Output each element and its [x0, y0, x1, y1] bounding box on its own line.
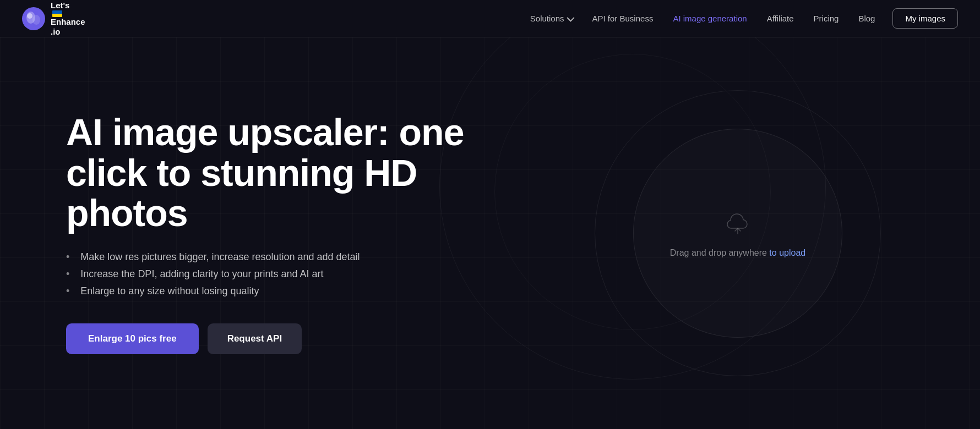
upload-text: Drag and drop anywhere to upload — [670, 248, 805, 258]
navigation: Let's Enhance .io Solutions API for Busi… — [0, 0, 980, 37]
upload-outer-circle: Drag and drop anywhere to upload — [595, 90, 881, 376]
solutions-label: Solutions — [530, 14, 564, 23]
hero-section: AI image upscaler: one click to stunning… — [0, 37, 980, 429]
nav-ai-generation[interactable]: AI image generation — [673, 14, 747, 23]
nav-links: Solutions API for Business AI image gene… — [530, 14, 875, 23]
nav-api[interactable]: API for Business — [592, 14, 654, 23]
enlarge-free-button[interactable]: Enlarge 10 pics free — [66, 323, 199, 354]
nav-blog[interactable]: Blog — [858, 14, 875, 23]
upload-link[interactable]: to upload — [769, 248, 805, 257]
my-images-button[interactable]: My images — [892, 8, 958, 29]
svg-point-3 — [27, 13, 32, 19]
nav-affiliate[interactable]: Affiliate — [767, 14, 794, 23]
hero-title: AI image upscaler: one click to stunning… — [66, 112, 540, 233]
bullet-3: Enlarge to any size without losing quali… — [66, 285, 540, 297]
nav-pricing[interactable]: Pricing — [814, 14, 839, 23]
logo-icon — [22, 7, 45, 30]
svg-point-2 — [32, 15, 40, 25]
hero-right: Drag and drop anywhere to upload — [540, 90, 936, 376]
bullet-2: Increase the DPI, adding clarity to your… — [66, 268, 540, 280]
hero-ctas: Enlarge 10 pics free Request API — [66, 323, 540, 354]
upload-dropzone[interactable]: Drag and drop anywhere to upload — [633, 129, 842, 338]
upload-cloud-icon — [722, 208, 753, 239]
chevron-down-icon — [567, 14, 574, 21]
ukraine-flag — [52, 10, 62, 17]
nav-solutions[interactable]: Solutions — [530, 14, 573, 23]
logo-text: Let's Enhance .io — [51, 1, 85, 37]
hero-left: AI image upscaler: one click to stunning… — [66, 112, 540, 354]
logo-link[interactable]: Let's Enhance .io — [22, 1, 85, 37]
hero-bullets: Make low res pictures bigger, increase r… — [66, 251, 540, 297]
request-api-button[interactable]: Request API — [208, 323, 302, 354]
bullet-1: Make low res pictures bigger, increase r… — [66, 251, 540, 263]
